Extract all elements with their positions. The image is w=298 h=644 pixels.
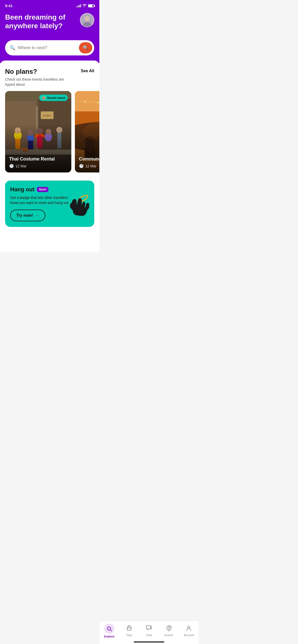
- header-title: Been dreaming of anywhere lately?: [5, 13, 71, 30]
- status-time: 9:41: [5, 4, 13, 8]
- card-date-1: 🕐 12 Mar: [9, 164, 67, 168]
- svg-point-38: [97, 102, 99, 103]
- card-title-1: Thai Costume Rental: [9, 156, 67, 162]
- search-button-icon: 🔍: [83, 45, 88, 51]
- hangout-description: Get a badge that lets other travellers k…: [10, 195, 69, 205]
- no-plans-section-header: No plans? Check out these events travell…: [5, 68, 94, 87]
- battery-icon: [88, 4, 94, 7]
- svg-text:2 FOR 1: 2 FOR 1: [43, 114, 51, 117]
- card-date-2: 🕐 12 Mar: [79, 164, 99, 168]
- card-info-1: Thai Costume Rental 🕐 12 Mar: [9, 156, 67, 168]
- svg-point-37: [84, 101, 86, 103]
- search-bar: 🔍 🔍: [5, 40, 94, 55]
- search-section: 🔍 🔍: [0, 40, 99, 63]
- user-avatar[interactable]: [80, 13, 94, 27]
- try-now-label: Try now!: [16, 213, 33, 218]
- search-input[interactable]: [18, 45, 76, 50]
- try-now-arrow: →: [35, 213, 39, 218]
- event-card-1[interactable]: 2 FOR 1: [5, 91, 71, 172]
- badge-label-1: Hostel event: [47, 96, 65, 100]
- hangout-content: Hang out New! Get a badge that lets othe…: [10, 186, 69, 221]
- events-scroll: 2 FOR 1: [0, 91, 99, 177]
- clock-icon-1: 🕐: [9, 164, 14, 168]
- new-badge: New!: [37, 187, 48, 192]
- section-subtitle: Check out these events travellers are hy…: [5, 77, 66, 87]
- hangout-title-row: Hang out New!: [10, 186, 69, 193]
- hangout-emoji-wrap: [69, 194, 89, 214]
- wifi-icon: [83, 4, 87, 8]
- section-text: No plans? Check out these events travell…: [5, 68, 66, 87]
- hostel-badge-1: 🏨 Hostel event: [39, 95, 68, 101]
- see-all-link[interactable]: See All: [81, 69, 94, 73]
- hostel-icon: 🏨: [42, 96, 46, 100]
- shaka-icon: [69, 194, 89, 216]
- section-title: No plans?: [5, 68, 66, 76]
- status-icons: [76, 4, 94, 8]
- clock-icon-2: 🕐: [79, 164, 84, 168]
- hangout-title: Hang out: [10, 186, 34, 193]
- try-now-button[interactable]: Try now! →: [10, 210, 45, 221]
- card-info-2: Communal Dinn... 🕐 12 Mar: [79, 156, 99, 168]
- main-content: No plans? Check out these events travell…: [0, 61, 99, 252]
- date-label-1: 12 Mar: [16, 164, 27, 168]
- search-icon: 🔍: [10, 45, 15, 51]
- hangout-section: Hang out New! Get a badge that lets othe…: [5, 181, 94, 227]
- event-card-2[interactable]: 🍽️ Hostel event Communal Dinn... 🕐 12 Ma…: [75, 91, 99, 172]
- svg-point-3: [85, 16, 90, 21]
- signal-icon: [76, 4, 81, 7]
- header-section: Been dreaming of anywhere lately?: [0, 10, 99, 40]
- date-label-2: 12 Mar: [85, 164, 97, 168]
- search-button[interactable]: 🔍: [79, 42, 92, 53]
- card-title-2: Communal Dinn...: [79, 156, 99, 162]
- status-bar: 9:41: [0, 0, 99, 10]
